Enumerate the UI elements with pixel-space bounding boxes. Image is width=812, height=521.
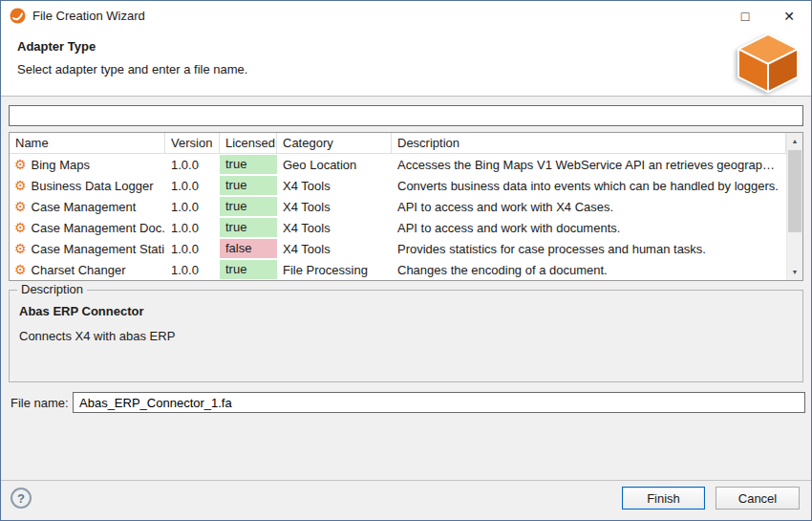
app-logo-icon	[10, 8, 26, 24]
column-header-licensed[interactable]: Licensed	[220, 133, 277, 153]
adapter-category: X4 Tools	[277, 179, 392, 193]
table-header-row: Name ˆ Version Licensed Category Descrip…	[10, 133, 786, 154]
adapter-gear-icon: ⚙	[14, 221, 27, 234]
finish-button[interactable]: Finish	[622, 487, 705, 510]
file-creation-wizard-dialog: File Creation Wizard □ ✕ Adapter Type Se…	[0, 0, 812, 521]
x4-cube-logo-icon	[734, 33, 802, 94]
wizard-header: Adapter Type Select adapter type and ent…	[1, 31, 811, 97]
adapter-category: X4 Tools	[277, 200, 392, 214]
licensed-badge: true	[220, 176, 277, 195]
adapter-version: 1.0.0	[165, 263, 220, 277]
table-row[interactable]: ⚙Case Management Stati... 1.0.0 false X4…	[10, 238, 786, 259]
vertical-scrollbar[interactable]: ▲ ▼	[786, 133, 802, 280]
adapter-name: Case Management	[32, 200, 137, 214]
close-button[interactable]: ✕	[767, 1, 811, 31]
scroll-down-icon[interactable]: ▼	[787, 264, 802, 280]
file-name-label: File name:	[11, 393, 69, 414]
adapter-category: Geo Location	[277, 158, 392, 172]
adapter-gear-icon: ⚙	[14, 200, 27, 213]
description-panel: Description Abas ERP Connector Connects …	[9, 290, 803, 382]
adapter-name: Case Management Doc...	[32, 221, 165, 235]
scroll-up-icon[interactable]: ▲	[787, 133, 802, 149]
adapter-description: Changes the encoding of a document.	[392, 263, 786, 277]
table-row[interactable]: ⚙Business Data Logger 1.0.0 true X4 Tool…	[10, 175, 786, 196]
adapter-gear-icon: ⚙	[14, 242, 27, 255]
help-button[interactable]: ?	[11, 488, 32, 509]
adapter-description: API to access and work with documents.	[392, 221, 786, 235]
licensed-badge: true	[220, 218, 277, 237]
sort-ascending-icon: ˆ	[85, 133, 89, 143]
column-header-name[interactable]: Name ˆ	[10, 133, 165, 153]
adapter-version: 1.0.0	[165, 158, 220, 172]
adapter-description: Converts business data into events which…	[392, 179, 786, 193]
adapter-name: Charset Changer	[32, 263, 126, 277]
selected-adapter-title: Abas ERP Connector	[19, 304, 144, 318]
column-header-category[interactable]: Category	[277, 133, 392, 153]
licensed-badge: true	[220, 197, 277, 216]
page-title: Adapter Type	[17, 39, 96, 54]
file-name-input[interactable]	[73, 392, 805, 413]
footer-divider	[1, 480, 811, 481]
column-header-description[interactable]: Description	[392, 133, 786, 153]
adapter-description: Accesses the Bing Maps V1 WebService API…	[392, 158, 786, 172]
adapter-description: API to access and work with X4 Cases.	[392, 200, 786, 214]
adapter-name: Business Data Logger	[32, 179, 154, 193]
adapter-version: 1.0.0	[165, 221, 220, 235]
licensed-badge: true	[220, 260, 277, 279]
licensed-badge: false	[220, 239, 277, 258]
maximize-button[interactable]: □	[723, 1, 767, 31]
scrollbar-thumb[interactable]	[788, 150, 801, 232]
table-row[interactable]: ⚙Case Management 1.0.0 true X4 Tools API…	[10, 196, 786, 217]
window-title: File Creation Wizard	[32, 9, 145, 23]
column-header-version[interactable]: Version	[165, 133, 220, 153]
filter-input[interactable]	[9, 105, 803, 126]
table-row[interactable]: ⚙Bing Maps 1.0.0 true Geo Location Acces…	[10, 154, 786, 175]
adapter-category: X4 Tools	[277, 221, 392, 235]
adapter-version: 1.0.0	[165, 200, 220, 214]
adapter-gear-icon: ⚙	[14, 179, 27, 192]
adapter-category: File Processing	[277, 263, 392, 277]
table-row[interactable]: ⚙Case Management Doc... 1.0.0 true X4 To…	[10, 217, 786, 238]
titlebar[interactable]: File Creation Wizard □ ✕	[1, 1, 811, 31]
adapter-category: X4 Tools	[277, 242, 392, 256]
adapter-version: 1.0.0	[165, 242, 220, 256]
adapter-name: Bing Maps	[32, 158, 90, 172]
selected-adapter-description: Connects X4 with abas ERP	[19, 329, 175, 343]
adapter-description: Provides statistics for case processes a…	[392, 242, 786, 256]
adapter-gear-icon: ⚙	[14, 263, 27, 276]
page-subtitle: Select adapter type and enter a file nam…	[17, 62, 247, 76]
description-panel-label: Description	[17, 282, 87, 296]
table-row[interactable]: ⚙Charset Changer 1.0.0 true File Process…	[10, 259, 786, 280]
licensed-badge: true	[220, 155, 277, 174]
adapter-version: 1.0.0	[165, 179, 220, 193]
adapter-gear-icon: ⚙	[14, 158, 27, 171]
cancel-button[interactable]: Cancel	[716, 487, 800, 510]
adapter-name: Case Management Stati...	[32, 242, 165, 256]
window-controls: □ ✕	[723, 1, 811, 31]
adapter-table: Name ˆ Version Licensed Category Descrip…	[9, 132, 803, 281]
